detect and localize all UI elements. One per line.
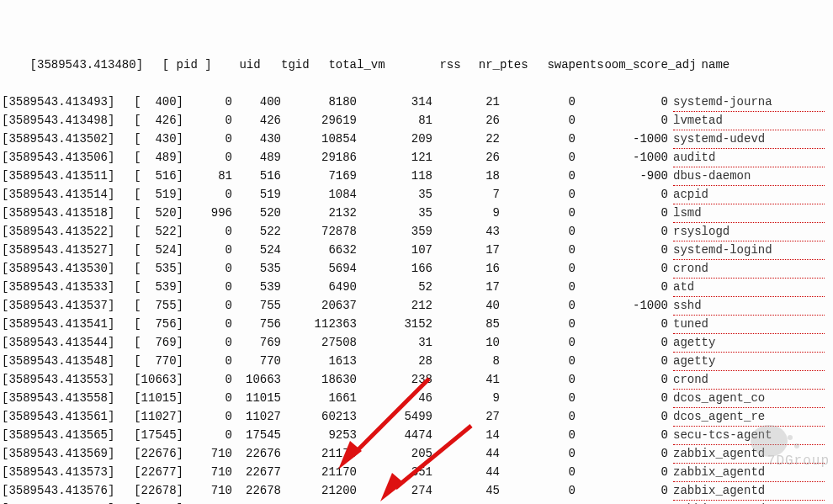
cell-process-name: zabbix_agentd xyxy=(673,444,825,464)
cell-totalvm: 112363 xyxy=(281,315,357,333)
cell-process-name: sshd xyxy=(673,296,825,316)
col-tgid: tgid xyxy=(261,56,310,74)
col-totalvm: total_vm xyxy=(310,56,385,74)
cell-nrptes: 27 xyxy=(432,407,500,426)
cell-uid: 0 xyxy=(183,370,232,389)
cell-nrptes: 85 xyxy=(432,315,500,333)
process-row: [3589543.413548][ 770]0770161328800agett… xyxy=(2,352,833,370)
cell-oomscore: 0 xyxy=(576,444,668,463)
cell-tgid: 516 xyxy=(232,167,281,185)
cell-tgid: 11027 xyxy=(232,407,281,426)
cell-timestamp: [3589543.413522] xyxy=(2,222,128,241)
cell-uid: 0 xyxy=(183,111,232,130)
cell-process-name: agetty xyxy=(673,352,825,371)
cell-nrptes: 44 xyxy=(432,444,500,463)
cell-uid: 0 xyxy=(183,185,232,204)
cell-timestamp: [3589543.413533] xyxy=(2,278,128,296)
cell-swapents: 0 xyxy=(500,204,576,222)
cell-process-name: lvmetad xyxy=(673,111,825,130)
cell-timestamp: [3589543.413580] xyxy=(2,500,128,504)
cell-timestamp: [3589543.413502] xyxy=(2,130,128,148)
cell-totalvm: 29186 xyxy=(281,148,357,167)
cell-tgid: 430 xyxy=(232,130,281,148)
cell-nrptes: 41 xyxy=(432,370,500,389)
cell-uid: 0 xyxy=(183,259,232,278)
process-row: [3589543.413541][ 756]075611236331528500… xyxy=(2,315,833,333)
cell-timestamp: [3589543.413558] xyxy=(2,389,128,407)
process-table-header: [3589543.413480][ pid ]uidtgidtotal_vmrs… xyxy=(2,37,833,56)
cell-pid: [ 430] xyxy=(128,130,183,148)
cell-swapents: 0 xyxy=(500,315,576,333)
cell-tgid: 426 xyxy=(232,111,281,130)
cell-swapents: 0 xyxy=(500,352,576,370)
cell-oomscore: 0 xyxy=(576,259,668,278)
cell-swapents: 0 xyxy=(500,111,576,130)
cell-process-name: auditd xyxy=(673,148,825,167)
cell-swapents: 0 xyxy=(500,222,576,241)
process-row: [3589543.413527][ 524]052466321071700sys… xyxy=(2,241,833,259)
cell-nrptes: 40 xyxy=(432,296,500,315)
cell-tgid: 22679 xyxy=(232,500,281,504)
cell-swapents: 0 xyxy=(500,130,576,148)
cell-totalvm: 60213 xyxy=(281,407,357,426)
cell-timestamp: [3589543.413527] xyxy=(2,241,128,259)
process-row: [3589543.413493][ 400]040081803142100sys… xyxy=(2,93,833,111)
cell-process-name: crond xyxy=(673,259,825,279)
cell-tgid: 520 xyxy=(232,204,281,222)
cell-rss: 28 xyxy=(357,352,432,370)
cell-timestamp: [3589543.413576] xyxy=(2,481,128,500)
process-row: [3589543.413576][22678]71022678212002744… xyxy=(2,481,833,500)
cell-uid: 0 xyxy=(183,389,232,407)
process-row: [3589543.413514][ 519]0519108435700acpid xyxy=(2,185,833,204)
cell-rss: 107 xyxy=(357,241,432,259)
cell-rss: 205 xyxy=(357,444,432,463)
cell-swapents: 0 xyxy=(500,389,576,407)
cell-oomscore: -1000 xyxy=(576,148,668,167)
cell-timestamp: [3589543.413537] xyxy=(2,296,128,315)
cell-nrptes: 43 xyxy=(432,222,500,241)
cell-pid: [ 520] xyxy=(128,204,183,222)
cell-tgid: 10663 xyxy=(232,370,281,389)
process-row: [3589543.413558][11015]011015166146900dc… xyxy=(2,389,833,407)
cell-oomscore: 0 xyxy=(576,278,668,296)
cell-timestamp: [3589543.413541] xyxy=(2,315,128,333)
cell-process-name: lsmd xyxy=(673,204,825,223)
cell-process-name: zabbix_agentd xyxy=(673,481,825,501)
cell-rss: 52 xyxy=(357,278,432,296)
cell-nrptes: 17 xyxy=(432,241,500,259)
cell-timestamp: [3589543.413506] xyxy=(2,148,128,167)
cell-timestamp: [3589543.413511] xyxy=(2,167,128,185)
cell-oomscore: 0 xyxy=(576,370,668,389)
cell-uid: 0 xyxy=(183,241,232,259)
cell-tgid: 769 xyxy=(232,333,281,352)
cell-process-name: dbus-daemon xyxy=(673,167,825,186)
process-table-body: [3589543.413493][ 400]040081803142100sys… xyxy=(2,93,833,504)
cell-tgid: 524 xyxy=(232,241,281,259)
cell-rss: 3152 xyxy=(357,315,432,333)
cell-uid: 996 xyxy=(183,204,232,222)
process-row: [3589543.413580][22679]71022679212002414… xyxy=(2,500,833,504)
cell-process-name: acpid xyxy=(673,185,825,204)
cell-swapents: 0 xyxy=(500,370,576,389)
cell-oomscore: 0 xyxy=(576,463,668,481)
cell-timestamp: [3589543.413565] xyxy=(2,426,128,444)
cell-pid: [ 519] xyxy=(128,185,183,204)
cell-oomscore: 0 xyxy=(576,389,668,407)
cell-process-name: atd xyxy=(673,278,825,297)
cell-uid: 710 xyxy=(183,463,232,481)
cell-nrptes: 7 xyxy=(432,185,500,204)
cell-swapents: 0 xyxy=(500,407,576,426)
cell-rss: 31 xyxy=(357,333,432,352)
cell-totalvm: 6632 xyxy=(281,241,357,259)
cell-totalvm: 18630 xyxy=(281,370,357,389)
process-row: [3589543.413522][ 522]0522728783594300rs… xyxy=(2,222,833,241)
cell-pid: [ 535] xyxy=(128,259,183,278)
cell-nrptes: 9 xyxy=(432,389,500,407)
cell-swapents: 0 xyxy=(500,167,576,185)
cell-pid: [22677] xyxy=(128,463,183,481)
cell-totalvm: 72878 xyxy=(281,222,357,241)
process-row: [3589543.413573][22677]71022677211703514… xyxy=(2,463,833,481)
cell-timestamp: [3589543.413514] xyxy=(2,185,128,204)
cell-tgid: 22677 xyxy=(232,463,281,481)
cell-oomscore: -900 xyxy=(576,167,668,185)
